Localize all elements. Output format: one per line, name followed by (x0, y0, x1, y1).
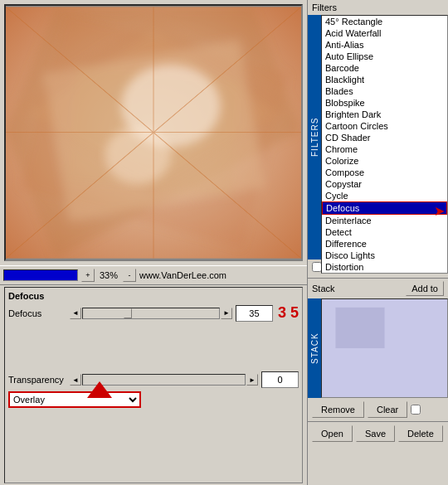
filter-item-cd-shader[interactable]: CD Shader (322, 132, 447, 143)
filter-panel: Defocus Defocus ◄ ► 3 5 Transparency ◄ (4, 287, 303, 483)
filter-item-blobspike[interactable]: Blobspike (322, 97, 447, 109)
filter-item-compose[interactable]: Compose (322, 167, 447, 178)
left-panel: + 33% - www.VanDerLee.com Defocus Defocu… (0, 0, 307, 485)
url-label: www.VanDerLee.com (139, 270, 226, 280)
defocus-value-input[interactable] (236, 305, 273, 322)
filters-sidebar: FILTERS (308, 15, 321, 259)
filter-item-acid-waterfall[interactable]: Acid Waterfall (322, 27, 447, 39)
right-panel: Filters FILTERS 45° RectangleAcid Waterf… (307, 0, 448, 485)
filter-item-blacklight[interactable]: Blacklight (322, 74, 447, 85)
svg-point-8 (105, 127, 171, 185)
stack-section: Stack Add to STACK Remove Clear (308, 278, 448, 445)
defocus-slider-left[interactable]: ◄ (70, 308, 81, 319)
stack-header: Stack Add to (308, 279, 448, 298)
stack-header-label: Stack (312, 284, 335, 293)
progress-bar-container (3, 269, 78, 281)
remove-button[interactable]: Remove (312, 401, 364, 418)
filter-panel-title: Defocus (8, 291, 299, 301)
filter-item-defocus[interactable]: Defocus➤ (322, 201, 447, 215)
filters-header: Filters (308, 0, 448, 15)
filter-item-barcode[interactable]: Barcode (322, 62, 447, 74)
filter-item-colorize[interactable]: Colorize (322, 155, 447, 167)
filter-item-difference[interactable]: Difference (322, 238, 447, 250)
filter-item-disco-lights[interactable]: Disco Lights (322, 250, 447, 261)
defocus-label: Defocus (8, 308, 66, 318)
overlay-row: Overlay Normal Multiply Screen Dissolve (8, 391, 299, 408)
preview-area (4, 4, 303, 261)
defocus-arrow-icon: ➤ (434, 203, 445, 219)
filter-item-cartoon-circles[interactable]: Cartoon Circles (322, 120, 447, 132)
filter-item-detect[interactable]: Detect (322, 226, 447, 238)
filter-item-distortion[interactable]: Distortion (322, 261, 447, 273)
stack-buttons: Remove Clear (308, 398, 448, 421)
progress-bar-fill (4, 270, 77, 280)
transparency-slider-right[interactable]: ► (246, 374, 258, 386)
defocus-slider-thumb[interactable] (124, 308, 132, 318)
transparency-slider-container: ◄ ► (70, 374, 258, 386)
zoom-level: 33% (98, 270, 119, 280)
transparency-slider-left[interactable]: ◄ (70, 374, 81, 386)
filters-sidebar-label: FILTERS (310, 118, 319, 157)
defocus-value-display: 3 5 (278, 304, 299, 322)
filter-item-cycle[interactable]: Cycle (322, 190, 447, 201)
stack-sidebar-label: STACK (310, 332, 319, 364)
stack-checkbox[interactable] (411, 405, 421, 415)
overlay-select[interactable]: Overlay Normal Multiply Screen Dissolve (8, 391, 141, 408)
toolbar-strip: + 33% - www.VanDerLee.com (0, 265, 307, 285)
filters-list[interactable]: 45° RectangleAcid WaterfallAnti-AliasAut… (321, 15, 448, 274)
clear-button[interactable]: Clear (368, 401, 407, 418)
filters-section: Filters FILTERS 45° RectangleAcid Waterf… (308, 0, 448, 278)
transparency-label: Transparency (8, 375, 66, 385)
filter-item-brighten-dark[interactable]: Brighten Dark (322, 109, 447, 120)
filter-item-auto-ellipse[interactable]: Auto Ellipse (322, 51, 447, 62)
defocus-slider-right[interactable]: ► (221, 308, 232, 319)
filters-list-wrapper: 45° RectangleAcid WaterfallAnti-AliasAut… (321, 15, 448, 259)
filter-item-anti-alias[interactable]: Anti-Alias (322, 39, 447, 51)
zoom-plus-button[interactable]: + (81, 269, 95, 282)
transparency-value-input[interactable] (261, 371, 299, 388)
bottom-buttons: Open Save Delete (308, 421, 448, 445)
svg-rect-19 (336, 308, 385, 348)
add-to-button[interactable]: Add to (406, 281, 444, 296)
filter-item-copystar[interactable]: Copystar (322, 178, 447, 190)
filters-list-container: FILTERS 45° RectangleAcid WaterfallAnti-… (308, 15, 448, 259)
delete-button[interactable]: Delete (398, 425, 443, 442)
filter-item-deinterlace[interactable]: Deinterlace (322, 215, 447, 226)
open-button[interactable]: Open (312, 425, 353, 442)
svg-marker-17 (87, 381, 112, 398)
transparency-row: Transparency ◄ ► (8, 371, 299, 388)
filter-item-blades[interactable]: Blades (322, 85, 447, 97)
defocus-row: Defocus ◄ ► 3 5 (8, 304, 299, 322)
defocus-slider-container: ◄ ► (70, 308, 232, 319)
stack-canvas (321, 298, 448, 398)
save-button[interactable]: Save (356, 425, 395, 442)
zoom-minus-button[interactable]: - (123, 269, 136, 282)
filter-item-45°-rectangle[interactable]: 45° Rectangle (322, 16, 447, 27)
transparency-slider-track[interactable] (82, 374, 246, 386)
defocus-slider-track[interactable] (82, 308, 220, 319)
filter-item-chrome[interactable]: Chrome (322, 143, 447, 155)
stack-preview: STACK (308, 298, 448, 398)
stack-sidebar: STACK (308, 298, 321, 398)
